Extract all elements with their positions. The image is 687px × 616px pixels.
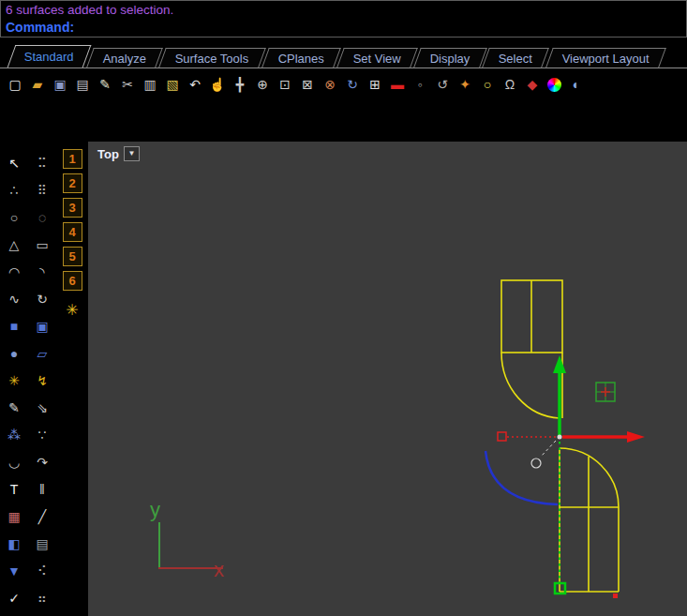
cursor-marker (531, 435, 562, 469)
zoom-extents-icon[interactable]: ⊠ (298, 75, 317, 94)
pencil-icon[interactable]: ╱ (31, 505, 53, 528)
solid-icon[interactable]: ▣ (31, 315, 53, 338)
num-button-1[interactable]: 1 (63, 149, 82, 169)
gumball-y-head[interactable] (553, 355, 566, 373)
lightbulb-icon[interactable]: ○ (478, 75, 497, 94)
split-icon[interactable]: ✎ (3, 397, 25, 419)
edit-notes-icon[interactable]: ✎ (96, 75, 114, 94)
viewport-title[interactable]: Top (97, 147, 119, 161)
zoom-window-icon[interactable]: ⊡ (276, 75, 294, 94)
viewport-menu-button[interactable]: ▼ (124, 146, 140, 161)
num-button-5[interactable]: 5 (63, 247, 82, 266)
options-icon[interactable]: ⠶ (31, 587, 53, 609)
num-button-3[interactable]: 3 (63, 198, 82, 218)
drop-icon[interactable]: ▼ (3, 560, 25, 582)
gumball-x-arrow[interactable] (562, 431, 645, 443)
toolbar: ▢▰▣▤✎✂▥▧↶☝╋⊕⊡⊠⊗↻⊞▬◦↺✦○Ω◆◐ (0, 68, 687, 142)
viewport-canvas[interactable]: y x (88, 142, 687, 616)
tab-analyze[interactable]: Analyze (86, 48, 163, 68)
gumball-y-arrow[interactable] (553, 355, 566, 435)
hatch-icon[interactable]: ▤ (31, 533, 53, 555)
measure-icon[interactable]: ⠪ (31, 560, 53, 582)
offset-icon[interactable]: ∵ (31, 424, 53, 446)
tab-cplanes[interactable]: CPlanes (261, 48, 341, 68)
viewport-top[interactable]: Top ▼ y x (88, 142, 687, 616)
rebuild-icon[interactable]: ↷ (31, 451, 53, 473)
zoom-icon[interactable]: ⊕ (253, 75, 272, 94)
open-file-icon[interactable]: ▰ (28, 75, 47, 94)
viewport-layout-icon[interactable]: ⊞ (366, 75, 384, 94)
command-area[interactable]: 6 surfaces added to selection. Command: (0, 0, 687, 38)
dimension-icon[interactable]: ‖ (31, 478, 53, 501)
pan-hand-icon[interactable]: ☝ (208, 75, 227, 94)
helix-icon[interactable]: ↻ (31, 288, 53, 310)
curve-edit-icon[interactable]: ◡ (3, 451, 25, 473)
command-prompt[interactable]: Command: (6, 19, 681, 36)
small-dot-icon[interactable]: ◦ (411, 75, 429, 94)
tab-label: Surface Tools (175, 52, 249, 66)
cut-icon[interactable]: ✂ (118, 75, 137, 94)
render-style-icon[interactable]: ◆ (523, 75, 542, 94)
curve-icon[interactable]: ∿ (3, 288, 25, 310)
undo-icon[interactable]: ↶ (186, 75, 204, 94)
tab-standard[interactable]: Standard (7, 45, 92, 68)
rotate-view-icon[interactable]: ↻ (343, 75, 362, 94)
cplane-icon[interactable] (596, 383, 615, 401)
tab-set-view[interactable]: Set View (336, 48, 418, 68)
color-wheel-icon[interactable] (547, 78, 561, 92)
left-toolbar: ↖⠭∴⠿○◌△▭◠◝∿↻■▣●▱✳↯✎⇘⁂∵◡↷T‖▦╱◧▤▼⠪✓⠶⠤⠤ (0, 142, 56, 616)
paste-icon[interactable]: ▧ (163, 75, 182, 94)
zoom-selected-icon[interactable]: ⊗ (321, 75, 339, 94)
surface-icon[interactable]: ◧ (3, 533, 25, 555)
print-icon[interactable]: ▤ (73, 75, 92, 94)
move-icon[interactable]: ╋ (231, 75, 249, 94)
fillet-icon[interactable]: ⁂ (3, 424, 25, 446)
text-icon[interactable]: T (3, 478, 25, 501)
num-button-4[interactable]: 4 (63, 222, 82, 242)
num-button-2[interactable]: 2 (63, 173, 82, 193)
point-cloud-icon[interactable]: ⠿ (31, 179, 53, 202)
marquee-select-icon[interactable]: ⠭ (31, 152, 53, 174)
surface-top-arc (501, 353, 560, 418)
tab-bar: StandardAnalyzeSurface ToolsCPlanesSet V… (0, 41, 687, 68)
tab-select[interactable]: Select (483, 48, 550, 68)
curve-blue-arc[interactable] (485, 451, 558, 504)
num-toolbar: 123456✳ (56, 142, 88, 616)
origin-point-dot (558, 435, 562, 440)
car-named-view-icon[interactable]: ▬ (388, 75, 407, 94)
join-icon[interactable]: ⇘ (31, 397, 53, 419)
circle-icon[interactable]: ○ (3, 206, 25, 229)
gumball-x-head[interactable] (627, 431, 645, 443)
walk-icon[interactable]: ✦ (456, 75, 474, 94)
new-file-icon[interactable]: ▢ (6, 75, 24, 94)
lock-icon[interactable]: Ω (500, 75, 519, 94)
num-button-6[interactable]: 6 (63, 271, 82, 291)
tracking-line-red (498, 432, 557, 441)
select-pointer-icon[interactable]: ↖ (3, 152, 25, 174)
axis-y-label: y (150, 498, 160, 521)
rotate-small-icon[interactable]: ↺ (433, 75, 452, 94)
arc-icon[interactable]: ◠ (3, 261, 25, 283)
cylinder-icon[interactable]: ● (3, 342, 25, 365)
copy-icon[interactable]: ▥ (141, 75, 159, 94)
polyline-icon[interactable]: △ (3, 233, 25, 256)
save-icon[interactable]: ▣ (51, 75, 69, 94)
tab-surface-tools[interactable]: Surface Tools (158, 48, 265, 68)
trim-icon[interactable]: ↯ (31, 369, 53, 392)
point-icon[interactable]: ∴ (3, 179, 25, 202)
rectangle-icon[interactable]: ▭ (31, 233, 53, 256)
snap-star-icon[interactable]: ✳ (62, 299, 82, 320)
tab-label: Display (430, 52, 470, 66)
shaded-view-icon[interactable]: ◐ (567, 75, 586, 94)
explode-icon[interactable]: ✳ (3, 369, 25, 392)
plane-icon[interactable]: ▱ (31, 342, 53, 365)
ellipse-icon[interactable]: ◌ (31, 206, 53, 229)
tab-viewport-layout[interactable]: Viewport Layout (545, 48, 666, 68)
swatch-icon[interactable]: ▦ (3, 505, 25, 528)
box-icon[interactable]: ■ (3, 315, 25, 338)
world-axis-gizmo: y x (150, 498, 224, 581)
conic-icon[interactable]: ◝ (31, 261, 53, 283)
check-icon[interactable]: ✓ (3, 587, 25, 609)
tab-display[interactable]: Display (413, 48, 486, 68)
chevron-down-icon: ▼ (127, 150, 135, 158)
